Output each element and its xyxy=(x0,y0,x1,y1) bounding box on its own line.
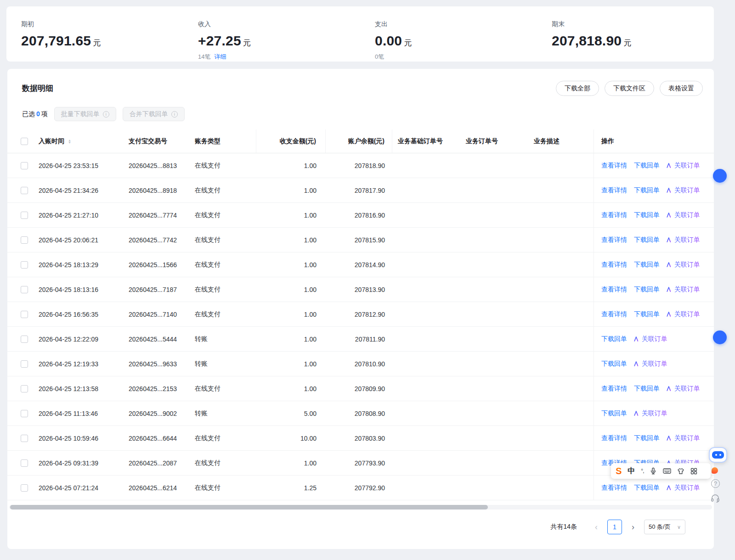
edge-float-button[interactable] xyxy=(713,330,727,344)
income-detail-link[interactable]: 详细 xyxy=(214,53,226,60)
info-icon: i xyxy=(103,111,109,118)
download-receipt-link[interactable]: 下载回单 xyxy=(634,261,660,269)
related-order-link[interactable]: 关联订单 xyxy=(667,162,700,170)
table-row: 2026-04-25 18:13:29 20260425...1566 在线支付… xyxy=(7,252,714,277)
edge-float-button[interactable] xyxy=(713,169,727,183)
view-detail-link[interactable]: 查看详情 xyxy=(601,434,627,442)
download-receipt-link[interactable]: 下载回单 xyxy=(601,360,627,368)
related-order-link[interactable]: 关联订单 xyxy=(667,186,700,195)
row-checkbox[interactable] xyxy=(21,484,28,492)
view-detail-link[interactable]: 查看详情 xyxy=(601,261,627,269)
ime-language-toggle[interactable]: 中 xyxy=(628,466,635,476)
related-order-link[interactable]: 关联订单 xyxy=(634,335,667,343)
cell-txn-id: 20260425...9002 xyxy=(129,401,195,426)
microphone-icon[interactable] xyxy=(650,467,657,475)
download-receipt-link[interactable]: 下载回单 xyxy=(634,484,660,492)
row-checkbox[interactable] xyxy=(21,435,28,442)
view-detail-link[interactable]: 查看详情 xyxy=(601,186,627,195)
download-file-zone-button[interactable]: 下载文件区 xyxy=(605,81,654,96)
page-number-button[interactable]: 1 xyxy=(607,520,622,534)
headset-icon[interactable] xyxy=(711,494,720,504)
cell-account-type: 在线支付 xyxy=(195,153,256,178)
sogou-logo-icon[interactable]: S xyxy=(616,466,622,476)
cell-operations: 查看详情 下载回单 关联订单 xyxy=(594,228,714,252)
row-checkbox[interactable] xyxy=(21,236,28,244)
cell-txn-id: 20260425...5444 xyxy=(129,327,195,351)
row-checkbox[interactable] xyxy=(21,459,28,467)
batch-download-button[interactable]: 批量下载回单i xyxy=(54,107,116,121)
skin-shirt-icon[interactable] xyxy=(677,468,684,475)
row-checkbox[interactable] xyxy=(21,385,28,392)
cell-operations: 下载回单 关联订单 xyxy=(594,401,714,426)
beginning-value: 207,791.65元 xyxy=(21,33,183,49)
download-receipt-link[interactable]: 下载回单 xyxy=(634,236,660,244)
download-receipt-link[interactable]: 下载回单 xyxy=(634,186,660,195)
merge-download-button[interactable]: 合并下载回单i xyxy=(123,107,185,121)
keyboard-icon[interactable] xyxy=(663,468,671,474)
table-settings-button[interactable]: 表格设置 xyxy=(660,81,703,96)
cell-biz-order xyxy=(460,203,528,227)
prev-page-button[interactable]: ‹ xyxy=(589,520,604,534)
view-detail-link[interactable]: 查看详情 xyxy=(601,286,627,294)
row-checkbox[interactable] xyxy=(21,410,28,417)
page-size-select[interactable]: 50 条/页∨ xyxy=(644,520,685,534)
cell-biz-desc xyxy=(528,153,594,178)
sort-icon[interactable]: ▲▼ xyxy=(68,139,71,144)
download-receipt-link[interactable]: 下载回单 xyxy=(634,286,660,294)
download-receipt-link[interactable]: 下载回单 xyxy=(634,162,660,170)
info-icon: i xyxy=(171,111,178,118)
related-order-link[interactable]: 关联订单 xyxy=(634,409,667,418)
row-checkbox[interactable] xyxy=(21,162,28,169)
download-receipt-link[interactable]: 下载回单 xyxy=(634,211,660,219)
row-checkbox[interactable] xyxy=(21,212,28,219)
download-all-button[interactable]: 下载全部 xyxy=(556,81,599,96)
panel-title: 数据明细 xyxy=(22,83,53,94)
help-icon[interactable]: ? xyxy=(711,479,720,488)
related-order-link[interactable]: 关联订单 xyxy=(667,286,700,294)
row-checkbox[interactable] xyxy=(21,311,28,318)
download-receipt-link[interactable]: 下载回单 xyxy=(634,310,660,319)
cell-biz-base xyxy=(392,153,460,178)
view-detail-link[interactable]: 查看详情 xyxy=(601,310,627,319)
total-count-text: 共有14条 xyxy=(550,523,577,531)
related-order-link[interactable]: 关联订单 xyxy=(667,261,700,269)
view-detail-link[interactable]: 查看详情 xyxy=(601,211,627,219)
row-checkbox[interactable] xyxy=(21,360,28,368)
row-checkbox[interactable] xyxy=(21,286,28,293)
cell-operations: 查看详情 下载回单 关联订单 xyxy=(594,476,714,500)
table-row: 2026-04-25 20:06:21 20260425...7742 在线支付… xyxy=(7,228,714,252)
ime-punctuation-toggle[interactable]: °, xyxy=(641,468,644,474)
download-receipt-link[interactable]: 下载回单 xyxy=(601,409,627,418)
row-checkbox[interactable] xyxy=(21,187,28,194)
row-checkbox[interactable] xyxy=(21,261,28,269)
cell-txn-id: 20260425...2087 xyxy=(129,451,195,475)
view-detail-link[interactable]: 查看详情 xyxy=(601,484,627,492)
related-order-link[interactable]: 关联订单 xyxy=(634,360,667,368)
related-order-link[interactable]: 关联订单 xyxy=(667,385,700,393)
scrollbar-thumb[interactable] xyxy=(10,505,488,510)
related-order-link[interactable]: 关联订单 xyxy=(667,211,700,219)
cell-biz-desc xyxy=(528,178,594,202)
cell-entry-time: 2026-04-25 12:19:33 xyxy=(39,352,129,376)
cell-entry-time: 2026-04-25 12:22:09 xyxy=(39,327,129,351)
related-order-link[interactable]: 关联订单 xyxy=(667,484,700,492)
cell-balance: 207814.90 xyxy=(326,252,392,277)
cell-balance: 207813.90 xyxy=(326,277,392,302)
view-detail-link[interactable]: 查看详情 xyxy=(601,236,627,244)
row-checkbox[interactable] xyxy=(21,336,28,343)
related-order-link[interactable]: 关联订单 xyxy=(667,236,700,244)
view-detail-link[interactable]: 查看详情 xyxy=(601,385,627,393)
related-order-link[interactable]: 关联订单 xyxy=(667,310,700,319)
cell-entry-time: 2026-04-25 07:21:24 xyxy=(39,476,129,500)
related-order-link[interactable]: 关联订单 xyxy=(667,434,700,442)
horizontal-scrollbar[interactable] xyxy=(9,505,712,510)
select-all-checkbox[interactable] xyxy=(21,138,28,145)
assistant-robot-icon[interactable] xyxy=(709,447,730,466)
download-receipt-link[interactable]: 下载回单 xyxy=(634,385,660,393)
next-page-button[interactable]: › xyxy=(626,520,640,534)
toolbox-grid-icon[interactable] xyxy=(690,468,697,475)
view-detail-link[interactable]: 查看详情 xyxy=(601,162,627,170)
download-receipt-link[interactable]: 下载回单 xyxy=(634,434,660,442)
download-receipt-link[interactable]: 下载回单 xyxy=(601,335,627,343)
cell-biz-base xyxy=(392,401,460,426)
